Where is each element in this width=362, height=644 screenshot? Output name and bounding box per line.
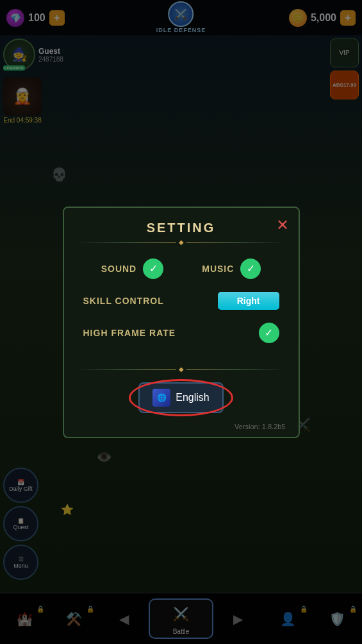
dialog-title: SETTING: [77, 221, 286, 235]
skill-control-label: SKILL CONTROL: [83, 296, 218, 306]
high-frame-rate-row: HIGH FRAME RATE ✓: [83, 323, 279, 343]
music-label: MUSIC: [202, 264, 234, 274]
high-frame-toggle[interactable]: ✓: [259, 323, 279, 343]
high-frame-label: HIGH FRAME RATE: [83, 328, 259, 338]
header-divider: [77, 242, 286, 242]
language-section: 🌐 English: [64, 379, 299, 423]
dialog-header: SETTING ✕: [64, 208, 299, 242]
music-setting: MUSIC ✓: [202, 258, 261, 279]
dialog-body: SOUND ✓ MUSIC ✓ SKILL CONTROL Right HIGH…: [64, 246, 299, 369]
sound-toggle[interactable]: ✓: [143, 258, 163, 279]
modal-overlay: SETTING ✕ SOUND ✓ MUSIC ✓ SKILL CONTROL …: [0, 0, 362, 644]
language-highlight: [129, 379, 233, 416]
sound-music-row: SOUND ✓ MUSIC ✓: [83, 258, 279, 279]
skill-control-button[interactable]: Right: [218, 292, 279, 310]
music-toggle[interactable]: ✓: [240, 258, 261, 279]
body-divider: [77, 369, 286, 369]
language-button[interactable]: 🌐 English: [138, 382, 223, 413]
setting-dialog: SETTING ✕ SOUND ✓ MUSIC ✓ SKILL CONTROL …: [63, 207, 300, 438]
version-text: Version: 1.8.2b5: [64, 423, 299, 437]
skill-control-row: SKILL CONTROL Right: [83, 292, 279, 310]
close-dialog-button[interactable]: ✕: [276, 217, 289, 233]
sound-label: SOUND: [101, 264, 137, 274]
sound-setting: SOUND ✓: [101, 258, 164, 279]
